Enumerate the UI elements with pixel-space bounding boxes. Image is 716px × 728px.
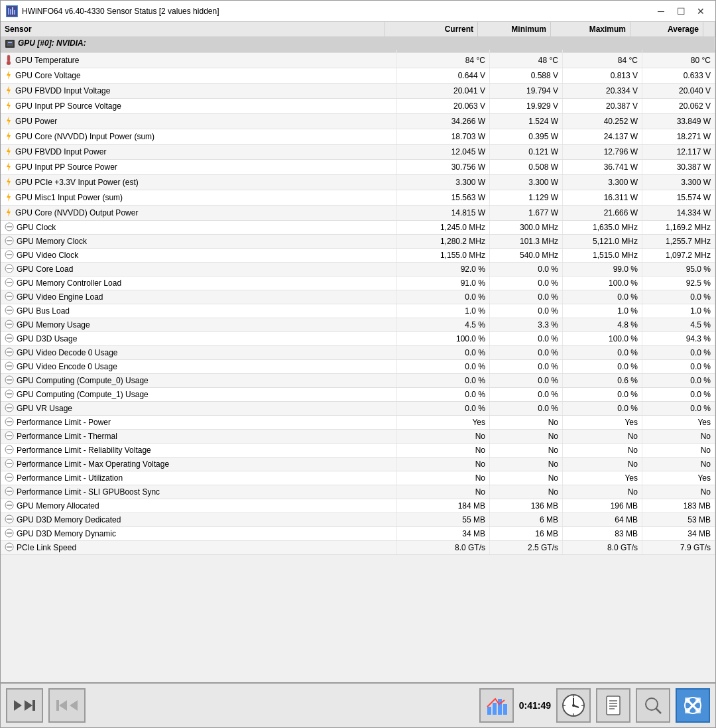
minimum-cell: 19.929 V <box>490 99 563 113</box>
report-button[interactable] <box>596 688 630 723</box>
current-cell: No <box>397 444 490 457</box>
minimum-cell: No <box>490 416 563 429</box>
sensor-label-text: GPU Memory Usage <box>17 320 90 330</box>
empty-cell <box>490 50 563 52</box>
sensor-type-icon <box>5 515 14 525</box>
sensor-type-icon <box>5 236 14 247</box>
current-cell: 0.0 % <box>397 402 490 415</box>
sensor-type-icon <box>5 347 14 358</box>
sensor-name-cell: GPU Misc1 Input Power (sum) <box>1 190 397 205</box>
current-cell: 18.703 W <box>397 129 490 144</box>
window-controls: ─ ☐ ✕ <box>652 4 710 19</box>
average-cell: Yes <box>642 416 715 429</box>
maximum-cell: 0.0 % <box>563 402 642 415</box>
sensor-name-cell: GPU Input PP Source Voltage <box>1 99 397 113</box>
minimum-cell: 101.3 MHz <box>490 235 563 248</box>
average-cell: 33.849 W <box>642 114 715 129</box>
maximum-cell: 8.0 GT/s <box>563 541 642 554</box>
average-cell: 4.5 % <box>642 318 715 332</box>
svg-marker-10 <box>7 70 11 80</box>
sensor-label-text: GPU VR Usage <box>17 404 72 413</box>
sensor-type-icon <box>5 264 14 274</box>
search-button[interactable] <box>636 688 670 723</box>
average-cell: 18.271 W <box>642 129 715 144</box>
svg-point-81 <box>572 704 575 707</box>
table-body[interactable]: GPU [#0]: NVIDIA:GPU Temperature84 °C48 … <box>1 37 715 682</box>
average-cell: No <box>642 430 715 443</box>
sensor-type-icon <box>5 542 14 553</box>
nav-forward-button[interactable] <box>6 688 43 723</box>
table-row: GPU Input PP Source Voltage20.063 V19.92… <box>1 99 715 114</box>
sensor-label-text: GPU D3D Memory Dedicated <box>17 515 121 524</box>
minimum-col-header: Minimum <box>478 22 551 36</box>
sensor-type-icon <box>5 207 13 219</box>
svg-marker-12 <box>7 101 11 110</box>
close-button[interactable]: ✕ <box>691 4 710 19</box>
sensor-type-icon <box>5 115 13 127</box>
sensor-label-text: GPU Input PP Source Voltage <box>15 101 121 111</box>
svg-point-9 <box>7 61 11 65</box>
table-row: GPU D3D Usage100.0 %0.0 %100.0 %94.3 % <box>1 332 715 346</box>
table-row: GPU Computing (Compute_1) Usage0.0 %0.0 … <box>1 388 715 402</box>
current-cell: 30.756 W <box>397 160 490 174</box>
table-row: GPU Bus Load1.0 %0.0 %1.0 %1.0 % <box>1 304 715 318</box>
sensor-name-cell: GPU VR Usage <box>1 402 397 415</box>
current-cell: 3.300 W <box>397 175 490 190</box>
sensor-label-text: GPU D3D Usage <box>17 334 77 343</box>
sensor-type-icon <box>5 70 13 82</box>
svg-rect-8 <box>7 55 10 62</box>
sensor-label-text: Performance Limit - Utilization <box>17 473 123 483</box>
minimize-button[interactable]: ─ <box>652 4 670 19</box>
sensor-type-icon <box>5 431 14 442</box>
sensor-name-cell: GPU Core (NVVDD) Input Power (sum) <box>1 129 397 144</box>
maximum-cell: 0.0 % <box>563 388 642 401</box>
svg-rect-75 <box>493 703 497 715</box>
current-col-header: Current <box>385 22 478 36</box>
minimum-cell: 0.0 % <box>490 360 563 373</box>
table-row: GPU Video Encode 0 Usage0.0 %0.0 %0.0 %0… <box>1 360 715 374</box>
average-cell: 92.5 % <box>642 276 715 290</box>
svg-rect-76 <box>498 699 502 715</box>
maximum-cell: 1,515.0 MHz <box>563 249 642 262</box>
minimum-cell: 540.0 MHz <box>490 249 563 262</box>
maximum-cell: 83 MB <box>563 527 642 540</box>
maximum-cell: 84 °C <box>563 53 642 68</box>
sensor-name-cell: GPU Computing (Compute_0) Usage <box>1 374 397 387</box>
sensor-name-cell: GPU FBVDD Input Voltage <box>1 84 397 98</box>
average-cell: 80 °C <box>642 53 715 68</box>
table-row: GPU Core Voltage0.644 V0.588 V0.813 V0.6… <box>1 68 715 84</box>
maximum-cell: 36.741 W <box>563 160 642 174</box>
sensor-name-cell: GPU Memory Clock <box>1 235 397 248</box>
sensor-name-cell: Performance Limit - Reliability Voltage <box>1 444 397 457</box>
average-cell: 95.0 % <box>642 263 715 276</box>
restore-button[interactable]: ☐ <box>672 4 690 19</box>
scroll-spacer <box>703 22 715 36</box>
current-cell: 15.563 W <box>397 190 490 205</box>
average-cell: 30.387 W <box>642 160 715 174</box>
sensor-name-cell: GPU Clock <box>1 221 397 234</box>
minimum-cell: 2.5 GT/s <box>490 541 563 554</box>
sensor-type-icon <box>5 306 14 316</box>
table-row: GPU Clock1,245.0 MHz300.0 MHz1,635.0 MHz… <box>1 221 715 235</box>
active-button[interactable] <box>676 688 710 723</box>
sensor-name-cell: GPU Computing (Compute_1) Usage <box>1 388 397 401</box>
sensor-name-cell: Performance Limit - SLI GPUBoost Sync <box>1 485 397 499</box>
minimum-cell: 19.794 V <box>490 84 563 98</box>
sensor-type-icon <box>5 222 14 233</box>
current-cell: 12.045 W <box>397 145 490 159</box>
sensor-label-text: GPU FBVDD Input Power <box>15 147 106 156</box>
average-cell: 53 MB <box>642 513 715 526</box>
sensor-type-icon <box>5 528 14 539</box>
svg-rect-77 <box>503 704 507 715</box>
minimum-cell: No <box>490 471 563 485</box>
nav-back-button[interactable] <box>48 688 86 723</box>
current-cell: 184 MB <box>397 499 490 513</box>
table-row: GPU Memory Clock1,280.2 MHz101.3 MHz5,12… <box>1 235 715 249</box>
maximum-cell: 4.8 % <box>563 318 642 332</box>
sensor-label-text: Performance Limit - Power <box>17 418 111 427</box>
svg-rect-1 <box>8 8 9 15</box>
average-col-header: Average <box>630 22 703 36</box>
section-title: GPU [#0]: NVIDIA: <box>18 38 86 48</box>
minimum-cell: 0.0 % <box>490 402 563 415</box>
average-cell: 14.334 W <box>642 206 715 220</box>
